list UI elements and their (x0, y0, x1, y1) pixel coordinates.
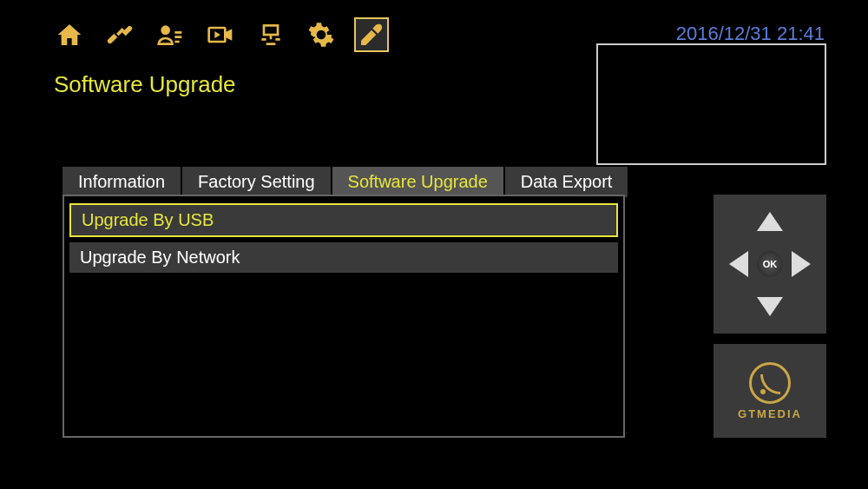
network-icon[interactable] (253, 17, 288, 52)
home-icon[interactable] (52, 17, 87, 52)
tab-data-export[interactable]: Data Export (505, 167, 630, 197)
dpad-down-icon[interactable] (757, 297, 783, 316)
svg-point-0 (161, 25, 170, 35)
user-icon[interactable] (153, 17, 187, 52)
tab-information[interactable]: Information (62, 167, 182, 197)
ok-button[interactable]: OK (757, 251, 783, 277)
dpad-up-icon[interactable] (757, 212, 783, 231)
video-icon[interactable] (203, 17, 238, 52)
dpad-control: OK (713, 195, 826, 334)
datetime-label: 2016/12/31 21:41 (676, 23, 825, 45)
dpad-right-icon[interactable] (792, 251, 811, 277)
satellite-icon[interactable] (102, 17, 137, 52)
settings-icon[interactable] (304, 17, 339, 52)
menu-upgrade-network[interactable]: Upgrade By Network (69, 242, 618, 273)
menu-upgrade-usb[interactable]: Upgrade By USB (69, 203, 618, 237)
brand-label: GTMEDIA (738, 407, 802, 420)
dpad-left-icon[interactable] (729, 251, 748, 277)
tab-software-upgrade[interactable]: Software Upgrade (332, 167, 505, 197)
tools-icon[interactable] (354, 17, 389, 52)
content-panel: Upgrade By USB Upgrade By Network (62, 195, 625, 438)
brand-logo: GTMEDIA (713, 344, 826, 438)
side-panel: OK GTMEDIA (713, 195, 826, 438)
svg-rect-2 (264, 25, 278, 35)
preview-window (596, 43, 826, 165)
tabs-bar: Information Factory Setting Software Upg… (62, 167, 629, 197)
brand-logo-icon (749, 362, 791, 404)
tab-factory-setting[interactable]: Factory Setting (182, 167, 332, 197)
